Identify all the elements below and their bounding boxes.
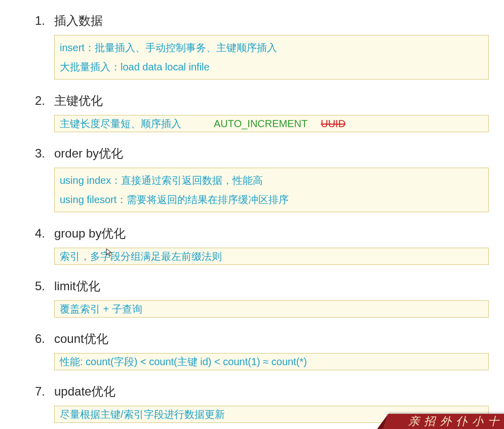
detail-line: 大批量插入：load data local infile: [60, 57, 483, 76]
item-heading: 1.插入数据: [28, 13, 489, 29]
detail-recommended: AUTO_INCREMENT: [214, 116, 307, 131]
item-number: 5.: [28, 279, 54, 293]
item-detail-box: 索引，多字段分组满足最左前缀法则: [54, 248, 489, 265]
item-title: count优化: [54, 331, 489, 347]
item-number: 7.: [28, 384, 54, 399]
detail-line: 主键长度尽量短、顺序插入AUTO_INCREMENTUUID: [60, 116, 483, 131]
outline-item-1: 1.插入数据insert：批量插入、手动控制事务、主键顺序插入大批量插入：loa…: [28, 13, 489, 80]
detail-line: 索引，多字段分组满足最左前缀法则: [60, 249, 483, 263]
item-heading: 5.limit优化: [28, 278, 489, 294]
item-title: update优化: [54, 383, 489, 400]
item-heading: 6.count优化: [28, 331, 489, 347]
detail-line: using index：直接通过索引返回数据，性能高: [60, 171, 483, 190]
item-detail-box: insert：批量插入、手动控制事务、主键顺序插入大批量插入：load data…: [54, 35, 489, 80]
detail-not-recommended: UUID: [321, 116, 345, 131]
outline-item-3: 3.order by优化using index：直接通过索引返回数据，性能高us…: [28, 145, 489, 212]
item-detail-box: 主键长度尽量短、顺序插入AUTO_INCREMENTUUID: [54, 115, 489, 132]
item-heading: 4.group by优化: [28, 225, 489, 242]
detail-line: 性能: count(字段) < count(主键 id) < count(1) …: [60, 355, 483, 369]
outline-item-2: 2.主键优化主键长度尽量短、顺序插入AUTO_INCREMENTUUID: [28, 93, 489, 132]
item-heading: 7.update优化: [28, 383, 489, 400]
detail-line: 覆盖索引 + 子查询: [60, 302, 483, 316]
detail-line: insert：批量插入、手动控制事务、主键顺序插入: [60, 38, 483, 57]
outline-item-4: 4.group by优化索引，多字段分组满足最左前缀法则: [28, 225, 489, 265]
item-heading: 2.主键优化: [28, 93, 489, 109]
item-number: 2.: [28, 94, 54, 108]
item-detail-box: using index：直接通过索引返回数据，性能高using filesort…: [54, 168, 489, 212]
detail-text: 主键长度尽量短、顺序插入: [60, 116, 181, 131]
item-detail-box: 覆盖索引 + 子查询: [54, 300, 489, 318]
item-title: limit优化: [54, 278, 489, 294]
footer-text: 亲 招 外 仆 小 十: [408, 414, 500, 429]
item-number: 6.: [28, 332, 54, 346]
item-heading: 3.order by优化: [28, 145, 489, 162]
item-number: 4.: [28, 226, 54, 241]
outline-item-5: 5.limit优化覆盖索引 + 子查询: [28, 278, 489, 318]
item-detail-box: 性能: count(字段) < count(主键 id) < count(1) …: [54, 353, 489, 370]
outline-item-6: 6.count优化性能: count(字段) < count(主键 id) < …: [28, 331, 489, 370]
item-number: 3.: [28, 146, 54, 161]
item-title: order by优化: [54, 145, 489, 162]
item-number: 1.: [28, 14, 54, 28]
outline-list: 1.插入数据insert：批量插入、手动控制事务、主键顺序插入大批量插入：loa…: [28, 13, 489, 423]
item-title: 主键优化: [54, 93, 489, 109]
detail-line: using filesort：需要将返回的结果在排序缓冲区排序: [60, 190, 483, 209]
item-title: group by优化: [54, 225, 489, 242]
item-title: 插入数据: [54, 13, 489, 29]
